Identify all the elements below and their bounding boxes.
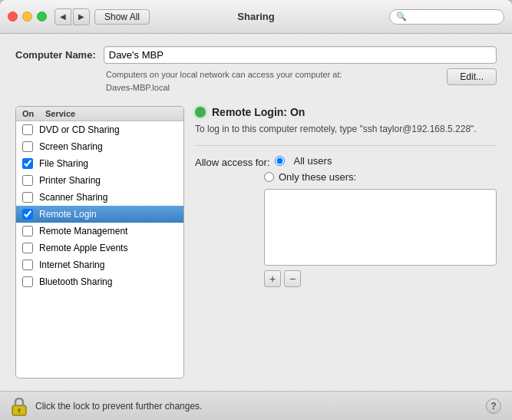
users-controls: + − — [264, 270, 497, 287]
search-box[interactable]: 🔍 — [389, 9, 504, 25]
dvd-sharing-checkbox[interactable] — [22, 124, 33, 135]
users-list-box[interactable] — [264, 189, 497, 266]
computer-name-label: Computer Name: — [15, 49, 96, 61]
allow-access-section: Allow access for: All users — [195, 155, 497, 168]
file-sharing-checkbox[interactable] — [22, 158, 33, 169]
status-indicator — [195, 107, 206, 117]
svg-rect-3 — [18, 411, 20, 413]
list-item[interactable]: Internet Sharing — [16, 256, 183, 273]
list-item[interactable]: Bluetooth Sharing — [16, 273, 183, 290]
network-info: Computers on your local network can acce… — [106, 68, 342, 94]
add-user-button[interactable]: + — [264, 270, 281, 287]
main-window: ◀ ▶ Show All Sharing 🔍 Computer Name: Co… — [0, 0, 512, 420]
help-button[interactable]: ? — [486, 399, 501, 414]
service-status-row: Remote Login: On — [195, 106, 497, 118]
list-item[interactable]: Screen Sharing — [16, 138, 183, 155]
nav-buttons: ◀ ▶ — [55, 8, 90, 25]
edit-button[interactable]: Edit... — [447, 68, 497, 85]
content-area: Computer Name: Computers on your local n… — [0, 34, 512, 391]
bluetooth-sharing-checkbox[interactable] — [22, 276, 33, 287]
network-info-row: Computers on your local network can acce… — [15, 68, 497, 97]
window-title: Sharing — [237, 11, 274, 22]
only-these-radio[interactable] — [264, 172, 274, 182]
allow-access-label: Allow access for: — [195, 157, 270, 168]
network-info-line1: Computers on your local network can acce… — [106, 70, 342, 79]
bottom-bar: Click the lock to prevent further change… — [0, 391, 512, 420]
remote-login-label: Remote Login — [39, 209, 97, 220]
file-sharing-label: File Sharing — [39, 158, 88, 169]
traffic-lights — [8, 12, 47, 21]
list-item[interactable]: Scanner Sharing — [16, 189, 183, 206]
network-info-line2: Daves-MBP.local — [106, 83, 170, 92]
lock-icon[interactable] — [11, 396, 28, 416]
divider — [195, 145, 497, 146]
main-area: On Service DVD or CD Sharing Screen Shar… — [15, 106, 497, 379]
dvd-sharing-label: DVD or CD Sharing — [39, 124, 120, 135]
printer-sharing-label: Printer Sharing — [39, 175, 101, 186]
list-item-remote-login[interactable]: Remote Login — [16, 206, 183, 223]
bluetooth-sharing-label: Bluetooth Sharing — [39, 276, 112, 287]
service-list-items: DVD or CD Sharing Screen Sharing File Sh… — [16, 121, 183, 378]
list-header-on: On — [22, 109, 45, 118]
list-item[interactable]: File Sharing — [16, 155, 183, 172]
all-users-radio[interactable] — [275, 156, 285, 166]
list-item[interactable]: Printer Sharing — [16, 172, 183, 189]
service-description: To log in to this computer remotely, typ… — [195, 123, 497, 136]
screen-sharing-label: Screen Sharing — [39, 141, 103, 152]
all-users-label: All users — [294, 155, 332, 167]
remote-management-label: Remote Management — [39, 226, 127, 236]
internet-sharing-label: Internet Sharing — [39, 260, 104, 270]
scanner-sharing-label: Scanner Sharing — [39, 192, 107, 203]
close-button[interactable] — [8, 12, 18, 21]
right-panel: Remote Login: On To log in to this compu… — [195, 106, 497, 379]
list-item[interactable]: DVD or CD Sharing — [16, 121, 183, 138]
list-item[interactable]: Remote Management — [16, 223, 183, 240]
forward-button[interactable]: ▶ — [73, 8, 90, 25]
internet-sharing-checkbox[interactable] — [22, 260, 33, 270]
only-these-label: Only these users: — [279, 171, 356, 183]
screen-sharing-checkbox[interactable] — [22, 141, 33, 152]
remote-management-checkbox[interactable] — [22, 226, 33, 236]
maximize-button[interactable] — [37, 12, 47, 21]
search-icon: 🔍 — [396, 12, 407, 21]
service-list-panel: On Service DVD or CD Sharing Screen Shar… — [15, 106, 184, 379]
titlebar: ◀ ▶ Show All Sharing 🔍 — [0, 0, 512, 34]
service-status-text: Remote Login: On — [212, 106, 305, 118]
list-item[interactable]: Remote Apple Events — [16, 240, 183, 256]
show-all-button[interactable]: Show All — [94, 9, 150, 25]
remote-apple-events-label: Remote Apple Events — [39, 243, 127, 253]
remove-user-button[interactable]: − — [284, 270, 301, 287]
back-button[interactable]: ◀ — [55, 8, 71, 25]
list-header: On Service — [16, 107, 183, 121]
search-input[interactable] — [410, 12, 497, 22]
minimize-button[interactable] — [22, 12, 32, 21]
lock-text: Click the lock to prevent further change… — [35, 401, 202, 412]
printer-sharing-checkbox[interactable] — [22, 175, 33, 186]
computer-name-row: Computer Name: — [15, 46, 497, 64]
remote-login-checkbox[interactable] — [22, 209, 33, 220]
list-header-service: Service — [45, 109, 75, 118]
only-these-row: Only these users: — [264, 171, 497, 183]
remote-apple-events-checkbox[interactable] — [22, 243, 33, 253]
scanner-sharing-checkbox[interactable] — [22, 192, 33, 203]
computer-name-input[interactable] — [104, 46, 497, 64]
